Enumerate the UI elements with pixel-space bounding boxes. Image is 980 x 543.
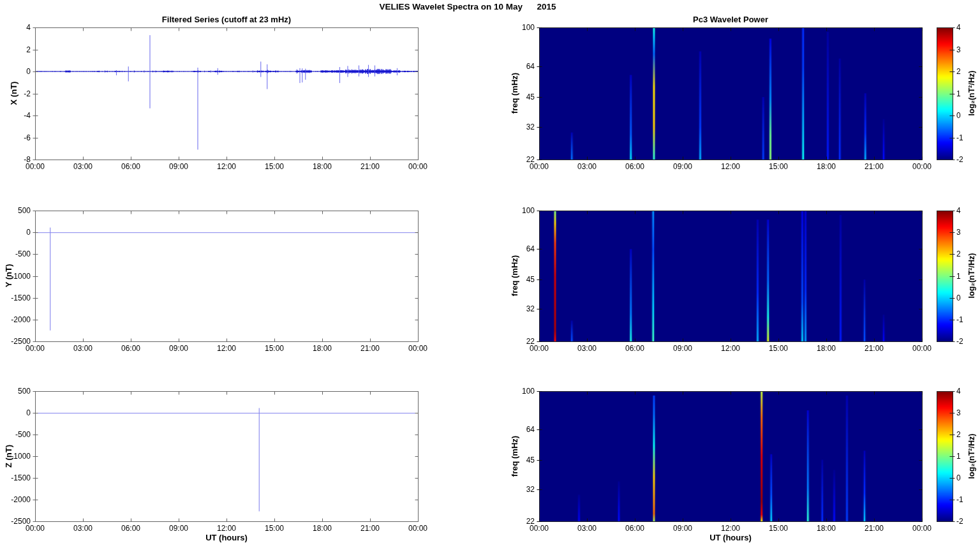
wavelet-spectra-figure: 00:0003:0006:0009:0012:0015:0018:0021:00…	[0, 0, 980, 543]
plots-canvas	[0, 0, 980, 543]
